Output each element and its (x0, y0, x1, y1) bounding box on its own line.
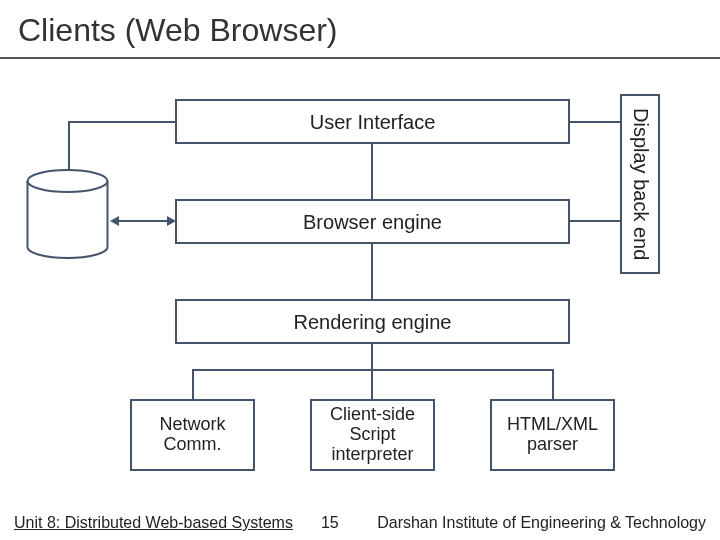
label-html-xml-parser: HTML/XML parser (507, 415, 598, 455)
box-network-comm: Network Comm. (130, 399, 255, 471)
conn-cyl-be (118, 220, 168, 222)
conn-ui-be (371, 144, 373, 199)
box-browser-engine: Browser engine (175, 199, 570, 244)
footer-page-number: 15 (321, 514, 339, 532)
arrow-cyl-be-right (167, 216, 176, 226)
conn-be-dbe (570, 220, 620, 222)
conn-re-net (192, 369, 194, 399)
arrow-cyl-be-left (110, 216, 119, 226)
box-user-interface: User Interface (175, 99, 570, 144)
conn-re-cs (371, 369, 373, 399)
conn-ui-dbe (570, 121, 620, 123)
footer-unit: Unit 8: Distributed Web-based Systems (14, 514, 293, 532)
conn-cyl-ui (68, 121, 70, 171)
slide-title: Clients (Web Browser) (0, 0, 720, 57)
slide-footer: Unit 8: Distributed Web-based Systems 15… (0, 506, 720, 540)
box-display-backend: Display back end (620, 94, 660, 274)
label-browser-engine: Browser engine (303, 211, 442, 233)
conn-be-re (371, 244, 373, 299)
box-rendering-engine: Rendering engine (175, 299, 570, 344)
conn-re-hx (552, 369, 554, 399)
footer-institute: Darshan Institute of Engineering & Techn… (377, 514, 706, 532)
label-network-comm: Network Comm. (159, 415, 225, 455)
box-html-xml-parser: HTML/XML parser (490, 399, 615, 471)
label-rendering-engine: Rendering engine (294, 311, 452, 333)
label-user-interface: User Interface (310, 111, 436, 133)
conn-re-down (371, 344, 373, 369)
svg-point-0 (28, 170, 108, 192)
storage-cylinder-icon (25, 169, 110, 259)
box-client-script: Client-side Script interpreter (310, 399, 435, 471)
conn-cyl-ui-h (68, 121, 175, 123)
architecture-diagram: User Interface Browser engine Rendering … (0, 59, 720, 479)
label-display-backend: Display back end (629, 108, 652, 260)
label-client-script: Client-side Script interpreter (330, 405, 415, 464)
